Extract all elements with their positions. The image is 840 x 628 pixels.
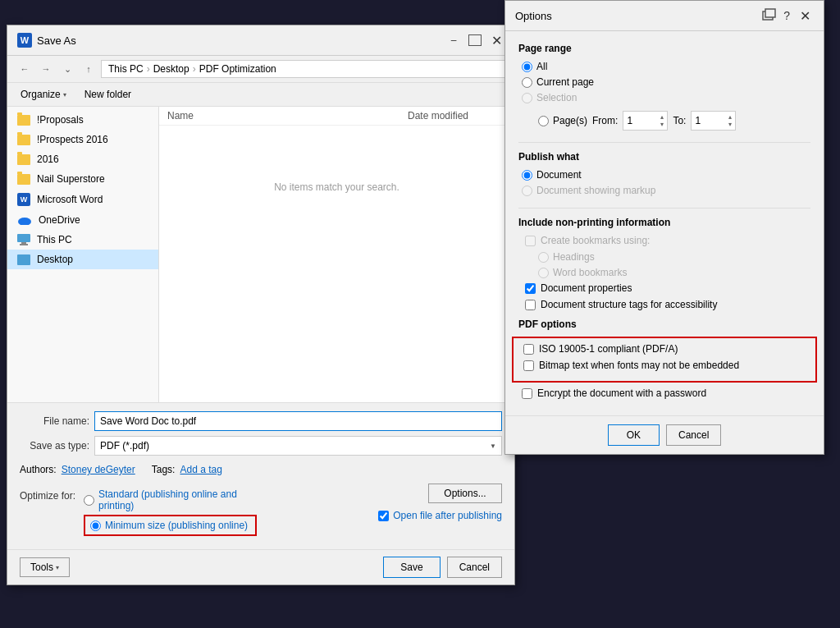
doc-properties-row[interactable]: Document properties: [522, 282, 810, 294]
open-file-label: Open file after publishing: [393, 510, 502, 521]
from-spinner-arrows[interactable]: ▴ ▾: [660, 113, 664, 128]
sidebar-item-nail-superstore[interactable]: Nail Superstore: [7, 169, 158, 189]
selection-label: Selection: [536, 92, 577, 103]
help-button[interactable]: ?: [780, 9, 793, 22]
encrypt-checkbox[interactable]: [522, 388, 532, 399]
options-content: Page range All Current page Selection Pa…: [505, 31, 824, 415]
address-path[interactable]: This PC › Desktop › PDF Optimization: [101, 60, 506, 78]
path-segment-3: PDF Optimization: [199, 63, 276, 75]
savetype-chevron: ▼: [490, 442, 496, 450]
from-spinner[interactable]: 1 ▴ ▾: [623, 111, 668, 131]
address-bar: ← → ⌄ ↑ This PC › Desktop › PDF Optimiza…: [7, 56, 514, 83]
bitmap-text-label: Bitmap text when fonts may not be embedd…: [539, 360, 739, 371]
document-markup-option[interactable]: Document showing markup: [522, 185, 810, 196]
current-page-radio[interactable]: [522, 77, 532, 88]
pages-radio[interactable]: [538, 116, 549, 126]
publish-what-title: Publish what: [518, 151, 810, 163]
standard-radio[interactable]: [84, 495, 94, 506]
tools-button[interactable]: Tools ▾: [20, 557, 70, 577]
sidebar-item-proposals[interactable]: !Proposals: [7, 110, 158, 130]
organize-button[interactable]: Organize ▾: [16, 86, 71, 103]
up-button[interactable]: ↑: [80, 60, 98, 78]
dialog-footer: Tools ▾ Save Cancel: [7, 549, 514, 584]
sidebar-item-2016[interactable]: 2016: [7, 149, 158, 169]
cancel-button[interactable]: Cancel: [447, 557, 502, 578]
svg-rect-3: [20, 244, 28, 245]
doc-structure-checkbox[interactable]: [525, 300, 536, 310]
restore-icon: [760, 7, 777, 24]
doc-structure-row[interactable]: Document structure tags for accessibilit…: [522, 299, 810, 310]
sidebar-item-microsoft-word[interactable]: W Microsoft Word: [7, 189, 158, 210]
filename-label: File name:: [20, 415, 89, 427]
sidebar-item-label: Nail Superstore: [37, 173, 105, 185]
svg-point-0: [18, 218, 31, 225]
headings-label: Headings: [553, 251, 595, 263]
word-bookmarks-radio: [538, 268, 549, 278]
optimize-label: Optimize for:: [20, 488, 75, 502]
save-as-dialog: W Save As – ✕ ← → ⌄ ↑ This PC › Desktop …: [7, 25, 515, 585]
non-printing-title: Include non-printing information: [518, 217, 810, 228]
options-button[interactable]: Options...: [428, 484, 502, 503]
new-folder-button[interactable]: New folder: [80, 86, 136, 103]
sidebar-item-label: Microsoft Word: [37, 194, 103, 205]
options-close-button[interactable]: ✕: [797, 8, 814, 24]
back-button[interactable]: ←: [16, 60, 34, 78]
filename-row: File name:: [20, 411, 502, 431]
publish-what-group: Document Document showing markup: [518, 169, 810, 196]
bitmap-text-checkbox[interactable]: [523, 360, 534, 371]
desktop-icon: [17, 254, 30, 265]
file-list[interactable]: Name Date modified No items match your s…: [159, 107, 514, 402]
open-file-checkbox[interactable]: [378, 511, 389, 521]
minimum-size-option[interactable]: Minimum size (publishing online): [84, 515, 257, 536]
authors-section: Authors: Stoney deGeyter: [20, 464, 135, 475]
document-radio[interactable]: [522, 170, 532, 181]
form-meta: Authors: Stoney deGeyter Tags: Add a tag: [20, 461, 502, 479]
encrypt-row[interactable]: Encrypt the document with a password: [518, 383, 810, 399]
maximize-button[interactable]: [467, 32, 483, 48]
to-spinner-arrows[interactable]: ▴ ▾: [728, 113, 732, 128]
minimize-button[interactable]: –: [445, 32, 462, 48]
sidebar-item-desktop[interactable]: Desktop: [7, 250, 158, 269]
ok-button[interactable]: OK: [608, 424, 660, 446]
savetype-select[interactable]: PDF (*.pdf) ▼: [94, 436, 502, 456]
headings-radio: [538, 252, 549, 263]
minimum-radio[interactable]: [90, 520, 101, 531]
filename-input[interactable]: [94, 411, 502, 431]
doc-properties-checkbox[interactable]: [525, 283, 536, 294]
forward-button[interactable]: →: [37, 60, 55, 78]
sidebar-item-prospects[interactable]: !Prospects 2016: [7, 130, 158, 149]
recent-button[interactable]: ⌄: [58, 60, 76, 78]
authors-label: Authors:: [20, 464, 57, 475]
pdf-options-title: PDF options: [518, 319, 810, 330]
tags-input[interactable]: Add a tag: [180, 464, 221, 475]
close-button[interactable]: ✕: [488, 32, 504, 48]
options-cancel-button[interactable]: Cancel: [666, 424, 721, 446]
all-radio[interactable]: [522, 62, 532, 72]
save-as-title: Save As: [37, 34, 441, 47]
savetype-row: Save as type: PDF (*.pdf) ▼: [20, 436, 502, 456]
pages-label: Page(s): [553, 115, 587, 126]
sidebar-item-this-pc[interactable]: This PC: [7, 230, 158, 250]
standard-option[interactable]: Standard (publishing online and printing…: [84, 488, 257, 511]
pages-option[interactable]: Page(s): [538, 115, 587, 126]
document-option[interactable]: Document: [522, 169, 810, 181]
bitmap-text-row[interactable]: Bitmap text when fonts may not be embedd…: [520, 360, 809, 371]
document-label: Document: [536, 169, 582, 181]
save-button[interactable]: Save: [383, 557, 440, 578]
onedrive-icon: [17, 215, 32, 225]
selection-option[interactable]: Selection: [522, 92, 810, 103]
current-page-option[interactable]: Current page: [522, 76, 810, 88]
iso-compliant-checkbox[interactable]: [523, 344, 534, 355]
file-list-empty-message: No items match your search.: [159, 126, 514, 249]
headings-radio-row: Headings: [522, 251, 810, 263]
author-value[interactable]: Stoney deGeyter: [62, 464, 135, 475]
to-value: 1: [695, 115, 701, 126]
iso-compliant-row[interactable]: ISO 19005-1 compliant (PDF/A): [520, 343, 809, 355]
to-spinner[interactable]: 1 ▴ ▾: [691, 111, 736, 131]
sidebar-item-onedrive[interactable]: OneDrive: [7, 210, 158, 230]
all-label: All: [536, 61, 547, 72]
open-file-option[interactable]: Open file after publishing: [378, 510, 502, 521]
all-radio-option[interactable]: All: [522, 61, 810, 72]
sidebar-item-label: OneDrive: [39, 214, 80, 226]
options-titlebar-btns: ? ✕: [760, 7, 814, 24]
